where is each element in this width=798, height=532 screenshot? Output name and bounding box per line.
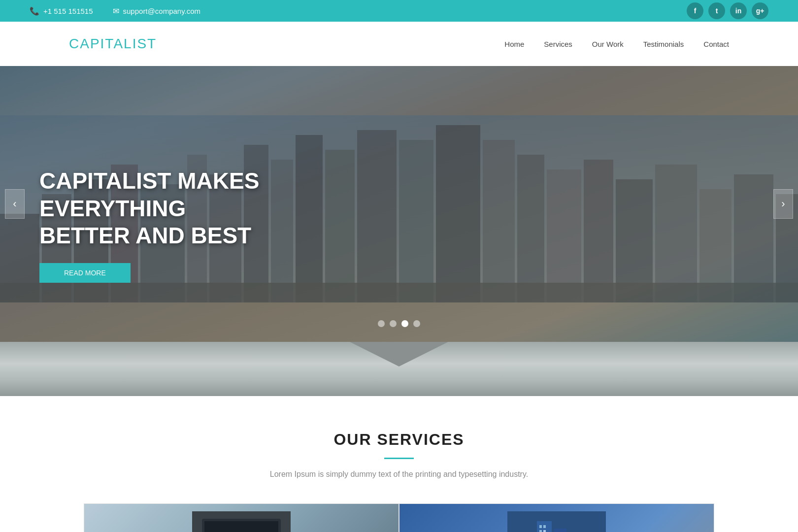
service-card-2: Etiam Rhoncus (399, 503, 714, 532)
nav-home[interactable]: Home (504, 40, 524, 48)
social-links: f t in g+ (687, 2, 768, 19)
contact-info: 📞 +1 515 151515 ✉ support@company.com (30, 6, 200, 16)
email-address: support@company.com (123, 7, 201, 15)
service-card-1-image (84, 504, 399, 532)
hero-content: CAPITALIST MAKES EVERYTHING BETTER AND B… (39, 167, 384, 283)
nav-testimonials[interactable]: Testimonials (643, 40, 684, 48)
services-title: OUR SERVICES (30, 431, 768, 449)
svg-rect-39 (543, 530, 546, 532)
slide-dot-4[interactable] (413, 320, 420, 327)
services-subtitle: Lorem Ipsum is simply dummy text of the … (30, 470, 768, 479)
top-bar: 📞 +1 515 151515 ✉ support@company.com f … (0, 0, 798, 22)
phone-contact: 📞 +1 515 151515 (30, 6, 93, 16)
services-title-divider (384, 458, 414, 459)
hero-cta-button[interactable]: READ MORE (39, 263, 131, 283)
facebook-icon[interactable]: f (687, 2, 703, 19)
service-cards-container: Pellentesque Arcu (30, 503, 768, 532)
slider-next-button[interactable]: › (773, 189, 793, 219)
service-card-1-svg (192, 511, 291, 532)
logo: CAPITALIST (69, 36, 157, 52)
services-section: OUR SERVICES Lorem Ipsum is simply dummy… (0, 396, 798, 532)
navigation: Home Services Our Work Testimonials Cont… (504, 40, 729, 48)
phone-icon: 📞 (30, 6, 39, 16)
svg-rect-33 (554, 529, 566, 532)
email-contact: ✉ support@company.com (113, 6, 201, 16)
googleplus-icon[interactable]: g+ (752, 2, 768, 19)
service-card-1: Pellentesque Arcu (84, 503, 399, 532)
hero-title: CAPITALIST MAKES EVERYTHING BETTER AND B… (39, 167, 384, 249)
email-icon: ✉ (113, 6, 119, 16)
slider-dots (378, 320, 420, 327)
linkedin-icon[interactable]: in (730, 2, 747, 19)
svg-rect-38 (539, 530, 542, 532)
nav-ourwork[interactable]: Our Work (592, 40, 624, 48)
service-card-2-svg (507, 511, 606, 532)
nav-contact[interactable]: Contact (703, 40, 729, 48)
nav-services[interactable]: Services (544, 40, 572, 48)
phone-number: +1 515 151515 (43, 7, 93, 15)
slide-dot-2[interactable] (390, 320, 397, 327)
slider-prev-button[interactable]: ‹ (5, 189, 25, 219)
hero-title-line2: BETTER AND BEST (39, 223, 251, 248)
slide-dot-1[interactable] (378, 320, 385, 327)
hero-title-line1: CAPITALIST MAKES EVERYTHING (39, 168, 259, 221)
hero-section: CAPITALIST MAKES EVERYTHING BETTER AND B… (0, 66, 798, 342)
slide-dot-3[interactable] (401, 320, 408, 327)
svg-rect-37 (543, 525, 546, 528)
svg-rect-27 (204, 521, 278, 532)
header: CAPITALIST Home Services Our Work Testim… (54, 22, 744, 66)
metallic-divider (0, 342, 798, 396)
twitter-icon[interactable]: t (708, 2, 725, 19)
svg-rect-36 (539, 525, 542, 528)
service-card-2-image (399, 504, 714, 532)
